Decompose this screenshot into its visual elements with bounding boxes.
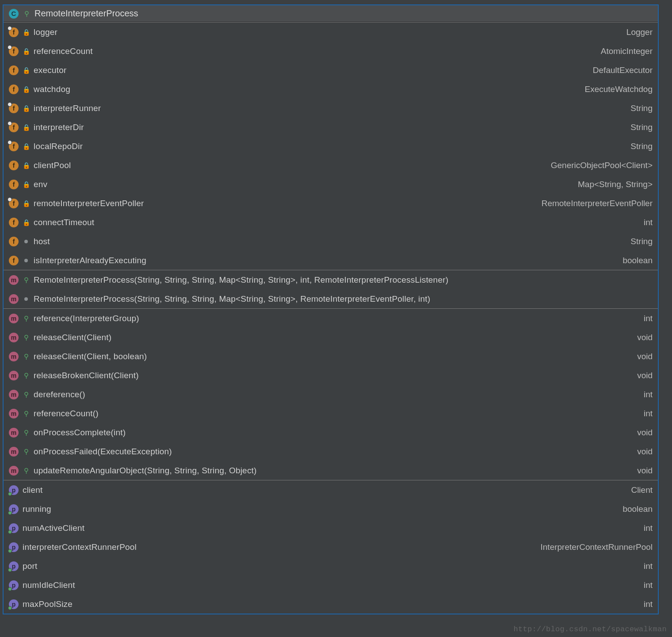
member-name: client bbox=[23, 485, 43, 495]
prop-icon: p bbox=[9, 523, 19, 533]
field-icon: f bbox=[9, 84, 19, 94]
member-name: referenceCount() bbox=[34, 409, 99, 418]
prop-icon: p bbox=[9, 542, 19, 552]
private-lock-icon: 🔒 bbox=[23, 143, 30, 150]
structure-row[interactable]: f🔒connectTimeoutint bbox=[4, 213, 658, 232]
class-header[interactable]: C ⚲ RemoteInterpreterProcess bbox=[4, 5, 658, 22]
member-type: int bbox=[644, 561, 653, 571]
member-type: int bbox=[644, 409, 653, 418]
prop-icon: p bbox=[9, 485, 19, 495]
member-name: running bbox=[23, 504, 51, 514]
structure-row[interactable]: pinterpreterContextRunnerPoolInterpreter… bbox=[4, 537, 658, 556]
package-modifier-icon bbox=[23, 259, 30, 262]
structure-row[interactable]: f🔒clientPoolGenericObjectPool<Client> bbox=[4, 156, 658, 175]
structure-row[interactable]: fhostString bbox=[4, 232, 658, 251]
member-name: referenceCount bbox=[34, 46, 93, 56]
member-type: AtomicInteger bbox=[601, 46, 653, 56]
structure-row[interactable]: prunningboolean bbox=[4, 499, 658, 518]
structure-row[interactable]: f🔒referenceCountAtomicInteger bbox=[4, 42, 658, 61]
member-name: numIdleClient bbox=[23, 580, 75, 590]
member-type: void bbox=[637, 466, 653, 476]
member-type: int bbox=[644, 218, 653, 227]
field-icon: f bbox=[9, 142, 19, 151]
constructors-section: m⚲RemoteInterpreterProcess(String, Strin… bbox=[4, 270, 658, 308]
field-icon: f bbox=[9, 65, 19, 75]
member-name: clientPool bbox=[34, 161, 71, 170]
member-name: port bbox=[23, 561, 38, 571]
member-type: int bbox=[644, 580, 653, 590]
field-icon: f bbox=[9, 27, 19, 37]
member-name: onProcessFailed(ExecuteException) bbox=[34, 447, 172, 457]
method-icon: m bbox=[9, 390, 19, 399]
member-name: numActiveClient bbox=[23, 523, 84, 533]
structure-row[interactable]: m⚲releaseClient(Client, boolean)void bbox=[4, 347, 658, 366]
member-type: int bbox=[644, 523, 653, 533]
structure-row[interactable]: f🔒interpreterRunnerString bbox=[4, 99, 658, 118]
structure-row[interactable]: m⚲releaseClient(Client)void bbox=[4, 328, 658, 347]
method-icon: m bbox=[9, 409, 19, 418]
structure-row[interactable]: pnumActiveClientint bbox=[4, 518, 658, 537]
member-type: Logger bbox=[626, 27, 653, 37]
prop-icon: p bbox=[9, 580, 19, 590]
structure-row[interactable]: pportint bbox=[4, 556, 658, 576]
structure-row[interactable]: m⚲reference(InterpreterGroup)int bbox=[4, 309, 658, 328]
structure-row[interactable]: f🔒loggerLogger bbox=[4, 23, 658, 42]
structure-row[interactable]: m⚲referenceCount()int bbox=[4, 404, 658, 423]
public-modifier-icon: ⚲ bbox=[23, 429, 30, 437]
public-modifier-icon: ⚲ bbox=[23, 353, 30, 361]
member-type: String bbox=[630, 123, 653, 132]
member-type: void bbox=[637, 428, 653, 437]
member-name: dereference() bbox=[34, 390, 85, 399]
properties-section: pclientClientprunningbooleanpnumActiveCl… bbox=[4, 480, 658, 614]
member-type: int bbox=[644, 314, 653, 323]
structure-row[interactable]: f🔒executorDefaultExecutor bbox=[4, 61, 658, 80]
structure-row[interactable]: pmaxPoolSizeint bbox=[4, 595, 658, 614]
field-icon: f bbox=[9, 161, 19, 170]
structure-row[interactable]: m⚲onProcessComplete(int)void bbox=[4, 423, 658, 442]
field-icon: f bbox=[9, 104, 19, 113]
member-name: interpreterContextRunnerPool bbox=[23, 542, 137, 552]
structure-row[interactable]: f🔒envMap<String, String> bbox=[4, 175, 658, 194]
member-name: isInterpreterAlreadyExecuting bbox=[34, 256, 146, 265]
member-type: Client bbox=[631, 485, 653, 495]
public-modifier-icon: ⚲ bbox=[23, 467, 30, 475]
member-type: Map<String, String> bbox=[578, 180, 653, 189]
method-icon: m bbox=[9, 447, 19, 457]
structure-row[interactable]: pclientClient bbox=[4, 480, 658, 499]
public-modifier-icon: ⚲ bbox=[23, 10, 30, 18]
structure-row[interactable]: m⚲RemoteInterpreterProcess(String, Strin… bbox=[4, 270, 658, 289]
member-name: connectTimeout bbox=[34, 218, 94, 227]
structure-row[interactable]: f🔒localRepoDirString bbox=[4, 137, 658, 156]
structure-row[interactable]: f🔒remoteInterpreterEventPollerRemoteInte… bbox=[4, 194, 658, 213]
structure-row[interactable]: mRemoteInterpreterProcess(String, String… bbox=[4, 289, 658, 308]
method-icon: m bbox=[9, 294, 19, 304]
method-icon: m bbox=[9, 275, 19, 285]
public-modifier-icon: ⚲ bbox=[23, 276, 30, 284]
prop-icon: p bbox=[9, 561, 19, 571]
structure-row[interactable]: pnumIdleClientint bbox=[4, 576, 658, 595]
class-name: RemoteInterpreterProcess bbox=[34, 8, 138, 19]
member-type: InterpreterContextRunnerPool bbox=[541, 542, 653, 552]
member-type: String bbox=[630, 142, 653, 151]
structure-row[interactable]: f🔒interpreterDirString bbox=[4, 118, 658, 137]
structure-row[interactable]: m⚲dereference()int bbox=[4, 385, 658, 404]
public-modifier-icon: ⚲ bbox=[23, 372, 30, 380]
member-name: releaseClient(Client, boolean) bbox=[34, 352, 147, 361]
structure-row[interactable]: m⚲updateRemoteAngularObject(String, Stri… bbox=[4, 461, 658, 480]
prop-icon: p bbox=[9, 504, 19, 514]
structure-row[interactable]: fisInterpreterAlreadyExecutingboolean bbox=[4, 251, 658, 270]
field-icon: f bbox=[9, 123, 19, 132]
field-icon: f bbox=[9, 180, 19, 189]
member-name: releaseClient(Client) bbox=[34, 333, 111, 342]
public-modifier-icon: ⚲ bbox=[23, 391, 30, 399]
member-type: GenericObjectPool<Client> bbox=[551, 161, 653, 170]
structure-row[interactable]: m⚲onProcessFailed(ExecuteException)void bbox=[4, 442, 658, 461]
method-icon: m bbox=[9, 371, 19, 380]
public-modifier-icon: ⚲ bbox=[23, 410, 30, 418]
private-lock-icon: 🔒 bbox=[23, 105, 30, 112]
structure-popup: C ⚲ RemoteInterpreterProcess f🔒loggerLog… bbox=[3, 4, 659, 614]
member-name: reference(InterpreterGroup) bbox=[34, 314, 139, 323]
prop-icon: p bbox=[9, 599, 19, 609]
structure-row[interactable]: m⚲releaseBrokenClient(Client)void bbox=[4, 366, 658, 385]
structure-row[interactable]: f🔒watchdogExecuteWatchdog bbox=[4, 80, 658, 99]
